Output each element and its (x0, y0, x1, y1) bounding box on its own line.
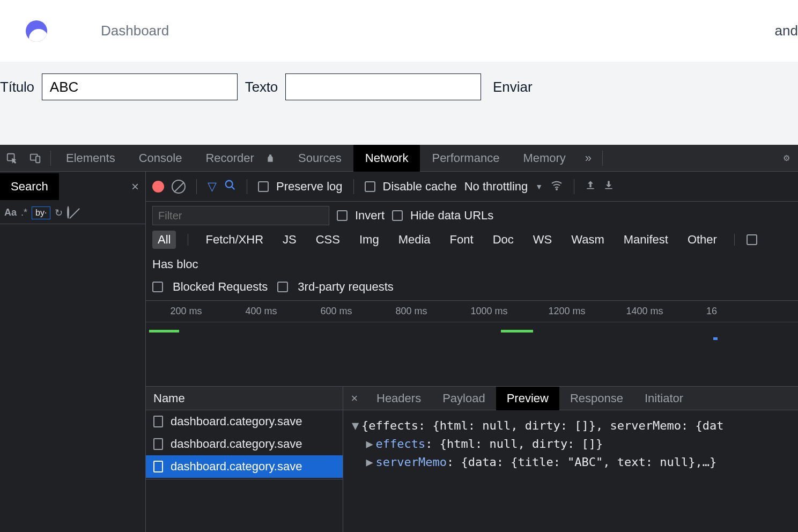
filter-all[interactable]: All (152, 231, 176, 249)
search-input-placeholder[interactable]: by· (32, 206, 50, 219)
svg-rect-5 (587, 188, 594, 189)
detail-tab-initiator[interactable]: Initiator (634, 387, 694, 410)
svg-point-4 (556, 189, 557, 190)
filter-ws[interactable]: WS (528, 231, 557, 249)
has-blocked-checkbox[interactable] (747, 234, 757, 245)
filter-manifest[interactable]: Manifest (618, 231, 674, 249)
filter-input[interactable] (152, 206, 329, 225)
download-har-icon[interactable] (603, 180, 614, 194)
detail-tab-preview[interactable]: Preview (496, 387, 559, 410)
invert-label: Invert (355, 209, 385, 223)
search-icon[interactable] (224, 179, 236, 194)
request-name: dashboard.category.save (171, 460, 302, 474)
titulo-label: Título (0, 79, 34, 95)
svg-point-3 (226, 180, 233, 187)
filter-fetchxhr[interactable]: Fetch/XHR (200, 231, 269, 249)
settings-gear-icon[interactable]: ⚙ (777, 149, 796, 168)
tick-label: 400 ms (245, 306, 277, 317)
close-detail-icon[interactable]: × (343, 391, 366, 405)
disable-cache-label: Disable cache (383, 180, 457, 194)
search-panel-title: Search (0, 173, 59, 200)
blocked-requests-checkbox[interactable] (152, 282, 163, 292)
timeline-request-bar (713, 337, 718, 340)
svg-rect-6 (605, 188, 612, 189)
filter-js[interactable]: JS (277, 231, 302, 249)
hide-data-urls-label: Hide data URLs (410, 209, 493, 223)
svg-rect-2 (36, 156, 40, 162)
timeline-request-bar (501, 330, 533, 332)
tab-network[interactable]: Network (353, 145, 420, 172)
document-icon (153, 461, 163, 472)
preview-json-tree[interactable]: ▼{effects: {html: null, dirty: []}, serv… (343, 410, 798, 532)
detail-tab-payload[interactable]: Payload (432, 387, 496, 410)
column-header-name[interactable]: Name (146, 387, 343, 410)
third-party-label: 3rd-party requests (298, 280, 394, 294)
tick-label: 1000 ms (470, 306, 507, 317)
tick-label: 200 ms (170, 306, 202, 317)
tick-label: 800 ms (395, 306, 427, 317)
dashboard-link[interactable]: Dashboard (101, 23, 169, 39)
tab-recorder[interactable]: Recorder (194, 145, 286, 172)
has-blocked-label: Has bloc (152, 257, 198, 271)
request-row[interactable]: dashboard.category.save (146, 455, 343, 478)
tab-performance[interactable]: Performance (420, 145, 511, 172)
chevron-down-icon[interactable]: ▼ (535, 182, 543, 191)
titulo-input[interactable] (42, 73, 238, 100)
app-logo (26, 20, 47, 42)
preserve-log-checkbox[interactable] (258, 181, 269, 192)
texto-label: Texto (245, 79, 278, 95)
upload-har-icon[interactable] (585, 180, 596, 194)
header-right-text: and (775, 23, 798, 39)
request-name: dashboard.category.save (171, 437, 302, 451)
tab-elements[interactable]: Elements (54, 145, 127, 172)
tick-label: 1400 ms (626, 306, 663, 317)
filter-img[interactable]: Img (354, 231, 385, 249)
network-conditions-icon[interactable] (550, 179, 563, 195)
blocked-requests-label: Blocked Requests (173, 280, 268, 294)
clear-button[interactable] (172, 180, 186, 194)
timeline-request-bar (149, 330, 179, 332)
filter-other[interactable]: Other (682, 231, 722, 249)
network-timeline[interactable]: 200 ms 400 ms 600 ms 800 ms 1000 ms 1200… (146, 301, 798, 387)
throttling-select[interactable]: No throttling (464, 180, 528, 194)
request-name: dashboard.category.save (171, 415, 302, 428)
filter-doc[interactable]: Doc (487, 231, 519, 249)
filter-wasm[interactable]: Wasm (566, 231, 610, 249)
tab-sources[interactable]: Sources (286, 145, 353, 172)
filter-media[interactable]: Media (393, 231, 436, 249)
devtools-panel: Elements Console Recorder Sources Networ… (0, 145, 798, 532)
request-row[interactable]: dashboard.category.save (146, 410, 343, 433)
texto-input[interactable] (285, 73, 481, 100)
device-toggle-icon[interactable] (26, 149, 45, 168)
document-icon (153, 438, 163, 450)
preserve-log-label: Preserve log (276, 180, 343, 194)
filter-css[interactable]: CSS (311, 231, 345, 249)
filter-font[interactable]: Font (445, 231, 479, 249)
request-row[interactable]: dashboard.category.save (146, 433, 343, 455)
tabs-overflow-icon[interactable]: » (578, 151, 599, 165)
record-button[interactable] (152, 181, 164, 193)
third-party-checkbox[interactable] (277, 282, 288, 292)
document-icon (153, 416, 163, 427)
refresh-icon[interactable]: ↻ (55, 207, 63, 219)
disable-cache-checkbox[interactable] (365, 181, 375, 192)
filter-icon[interactable]: ▽ (208, 180, 217, 194)
close-icon[interactable]: × (131, 179, 139, 194)
inspect-icon[interactable] (2, 149, 21, 168)
tab-memory[interactable]: Memory (511, 145, 577, 172)
tick-label: 1200 ms (548, 306, 585, 317)
enviar-button[interactable]: Enviar (489, 79, 537, 95)
tick-label: 600 ms (320, 306, 352, 317)
tick-label: 16 (706, 306, 717, 317)
detail-tab-headers[interactable]: Headers (366, 387, 432, 410)
regex-toggle[interactable]: .* (21, 207, 27, 218)
hide-data-urls-checkbox[interactable] (392, 210, 403, 221)
case-sensitive-toggle[interactable]: Aa (4, 207, 17, 218)
clear-icon[interactable] (67, 207, 69, 218)
invert-checkbox[interactable] (337, 210, 348, 221)
detail-tab-response[interactable]: Response (559, 387, 634, 410)
tab-console[interactable]: Console (127, 145, 194, 172)
